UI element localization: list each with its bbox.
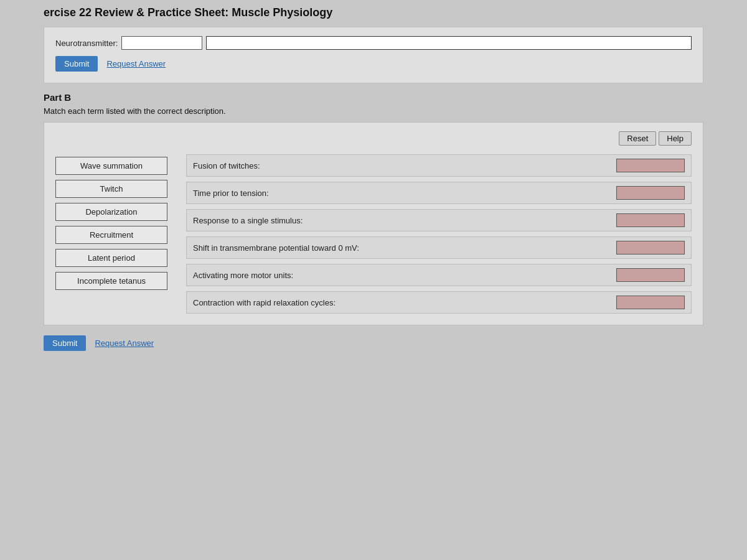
answer-input-0[interactable]: [616, 159, 685, 172]
part-a-section: Neurotransmitter: Submit Request Answer: [44, 27, 703, 83]
term-incomplete-tetanus: Incomplete tetanus: [55, 272, 167, 290]
part-b-instruction: Match each term listed with the correct …: [44, 106, 703, 116]
descriptions-column: Fusion of twitches: Time prior to tensio…: [186, 154, 692, 314]
description-text-4: Activating more motor units:: [193, 271, 613, 280]
description-row-1: Time prior to tension:: [186, 182, 692, 204]
neurotransmitter-input[interactable]: [121, 36, 202, 50]
term-depolarization: Depolarization: [55, 203, 167, 221]
answer-input-2[interactable]: [616, 213, 685, 227]
page-title: ercise 22 Review & Practice Sheet: Muscl…: [44, 6, 703, 19]
term-twitch: Twitch: [55, 180, 167, 198]
description-row-2: Response to a single stimulus:: [186, 209, 692, 231]
part-a-submit-button[interactable]: Submit: [55, 56, 98, 72]
matching-container: Wave summation Twitch Depolarization Rec…: [55, 154, 692, 314]
answer-input-5[interactable]: [616, 296, 685, 309]
part-b-request-answer-button[interactable]: Request Answer: [95, 338, 154, 348]
neurotransmitter-label: Neurotransmitter:: [55, 39, 118, 48]
part-b-submit-button[interactable]: Submit: [44, 335, 86, 351]
part-b-label: Part B: [44, 92, 703, 103]
answer-input-3[interactable]: [616, 241, 685, 254]
reset-button[interactable]: Reset: [619, 131, 656, 146]
term-wave-summation: Wave summation: [55, 157, 167, 175]
description-text-3: Shift in transmembrane potential toward …: [193, 243, 613, 253]
description-row-5: Contraction with rapid relaxation cycles…: [186, 291, 692, 314]
neurotransmitter-row: Neurotransmitter:: [55, 36, 692, 50]
description-text-0: Fusion of twitches:: [193, 161, 613, 170]
answer-input-4[interactable]: [616, 268, 685, 282]
help-button[interactable]: Help: [659, 131, 692, 146]
term-recruitment: Recruitment: [55, 226, 167, 244]
part-b-section: Reset Help Wave summation Twitch Depolar…: [44, 122, 703, 325]
part-a-request-answer-button[interactable]: Request Answer: [106, 59, 166, 68]
part-a-submit-row: Submit Request Answer: [55, 56, 692, 72]
answer-input-1[interactable]: [616, 186, 685, 200]
description-text-1: Time prior to tension:: [193, 189, 613, 198]
neurotransmitter-bar: [206, 36, 692, 50]
reset-help-row: Reset Help: [55, 131, 692, 146]
term-latent-period: Latent period: [55, 249, 167, 267]
description-row-0: Fusion of twitches:: [186, 154, 692, 177]
description-text-5: Contraction with rapid relaxation cycles…: [193, 298, 613, 307]
terms-column: Wave summation Twitch Depolarization Rec…: [55, 154, 167, 314]
description-row-3: Shift in transmembrane potential toward …: [186, 236, 692, 259]
description-text-2: Response to a single stimulus:: [193, 216, 613, 225]
description-row-4: Activating more motor units:: [186, 264, 692, 286]
part-b-submit-row: Submit Request Answer: [44, 335, 703, 351]
